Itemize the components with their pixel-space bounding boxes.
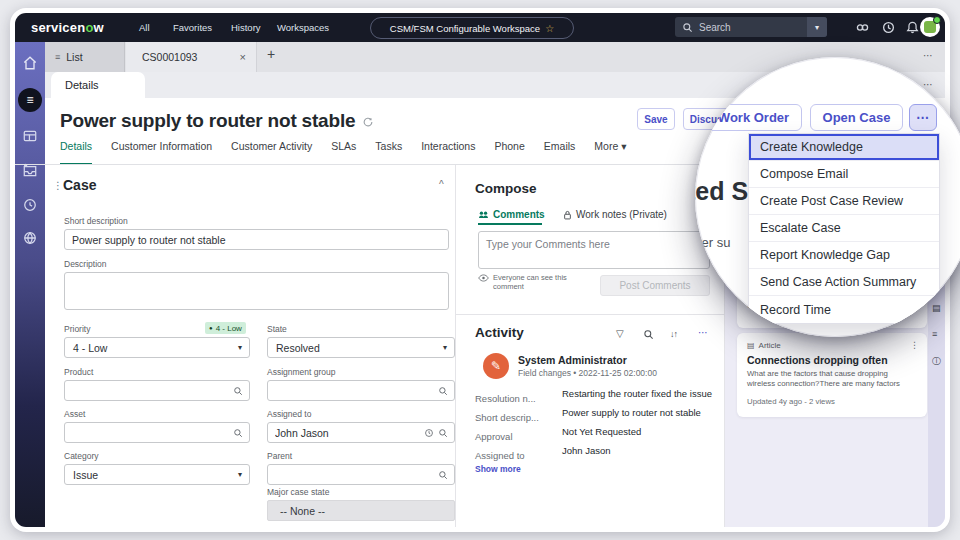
tab-emails[interactable]: Emails — [544, 140, 576, 165]
article-card[interactable]: ▤ Article ⋮ Connections dropping often W… — [737, 333, 927, 417]
product-field[interactable] — [64, 380, 250, 401]
tab-more[interactable]: More ▾ — [594, 140, 626, 165]
global-search[interactable]: Search ▾ — [675, 17, 827, 37]
description-label: Description — [64, 259, 449, 269]
help-clock-icon[interactable] — [881, 20, 896, 35]
activity-search-icon[interactable] — [643, 329, 654, 340]
parent-field[interactable] — [267, 464, 455, 485]
tab-interactions[interactable]: Interactions — [421, 140, 475, 165]
tab-slas[interactable]: SLAs — [331, 140, 356, 165]
recent-clock-icon[interactable] — [424, 428, 434, 438]
activity-row-label: Resolution n... — [475, 388, 559, 406]
close-tab-icon[interactable]: × — [240, 51, 256, 63]
article-type-label: Article — [759, 341, 781, 350]
add-tab-button[interactable]: + — [267, 46, 275, 62]
article-more-icon[interactable]: ⋮ — [910, 340, 919, 350]
lookup-icon[interactable] — [438, 386, 448, 396]
tab-list[interactable]: ≡ List — [45, 42, 125, 72]
activity-row-label: Assigned to — [475, 445, 559, 463]
nav-item-favorites[interactable]: Favorites — [173, 22, 212, 33]
list-view-icon[interactable]: ≡ — [18, 88, 42, 112]
workspace-pill[interactable]: CSM/FSM Configurable Workspace ☆ — [370, 17, 574, 39]
lookup-icon[interactable] — [438, 428, 448, 438]
tab-bar-more-icon[interactable]: ⋯ — [923, 50, 934, 61]
nav-item-all[interactable]: All — [139, 22, 150, 33]
work-notes-tab[interactable]: Work notes (Private) — [563, 209, 667, 220]
user-avatar[interactable] — [920, 17, 940, 37]
asset-input[interactable] — [65, 427, 233, 439]
tab-tasks[interactable]: Tasks — [375, 140, 402, 165]
save-button[interactable]: Save — [637, 108, 675, 130]
activity-row-label: Approval — [475, 426, 559, 444]
short-description-field[interactable] — [64, 229, 449, 250]
asset-label: Asset — [64, 409, 250, 419]
menu-item-create-knowledge[interactable]: Create Knowledge — [749, 134, 939, 161]
category-select[interactable]: Issue▾ — [64, 464, 250, 485]
lookup-icon[interactable] — [438, 470, 448, 480]
title-refresh-icon[interactable] — [362, 116, 374, 128]
search-input[interactable]: Search — [699, 22, 731, 33]
menu-item-escalate-case[interactable]: Escalate Case — [749, 215, 939, 242]
rail-list-icon[interactable]: ≡ — [932, 329, 937, 339]
article-doc-icon[interactable]: ▤ — [932, 303, 941, 313]
assignment-group-input[interactable] — [268, 385, 438, 397]
lock-icon — [563, 210, 572, 220]
state-select[interactable]: Resolved▾ — [267, 337, 455, 358]
short-description-input[interactable] — [65, 234, 448, 246]
page-title: Power supply to router not stable — [60, 110, 355, 132]
filter-icon[interactable]: ▽ — [616, 328, 624, 339]
visibility-note-line1: Everyone can see this — [493, 273, 567, 282]
rail-info-icon[interactable]: ⓘ — [932, 355, 941, 368]
menu-item-create-post-case-review[interactable]: Create Post Case Review — [749, 188, 939, 215]
asset-field[interactable] — [64, 422, 250, 443]
activity-more-icon[interactable]: ⋯ — [698, 327, 709, 338]
article-title[interactable]: Connections dropping often — [747, 354, 888, 366]
lookup-icon[interactable] — [233, 386, 243, 396]
collapse-chevron-icon[interactable]: ^ — [439, 179, 444, 190]
tab-customer-activity[interactable]: Customer Activity — [231, 140, 312, 165]
tab-details[interactable]: Details — [51, 72, 145, 98]
major-case-state-label: Major case state — [267, 487, 455, 497]
tab-customer-information[interactable]: Customer Information — [111, 140, 212, 165]
drag-handle-icon[interactable]: ⋮ — [53, 180, 63, 191]
tab-record-cs0001093[interactable]: CS0001093 × — [126, 42, 257, 72]
sort-icon[interactable]: ↓↑ — [670, 329, 677, 339]
home-icon[interactable] — [22, 55, 38, 71]
post-comments-button[interactable]: Post Comments — [600, 275, 710, 296]
dashboard-globe-icon[interactable] — [22, 230, 38, 246]
menu-item-send-case-action-summary[interactable]: Send Case Action Summary — [749, 269, 939, 296]
compose-section-title: Compose — [475, 181, 537, 196]
priority-value: 4 - Low — [65, 342, 107, 354]
assigned-to-input[interactable] — [268, 427, 424, 439]
assigned-to-field[interactable] — [267, 422, 455, 443]
comment-textarea[interactable] — [478, 231, 710, 269]
nav-item-workspaces[interactable]: Workspaces — [277, 22, 329, 33]
logo-o: o — [85, 20, 93, 35]
open-case-button[interactable]: Open Case — [810, 104, 903, 131]
product-input[interactable] — [65, 385, 233, 397]
assignment-group-field[interactable] — [267, 380, 455, 401]
tab-phone[interactable]: Phone — [494, 140, 524, 165]
show-more-link[interactable]: Show more — [475, 464, 521, 474]
description-input[interactable] — [64, 272, 449, 310]
nav-item-history[interactable]: History — [231, 22, 261, 33]
list-tab-icon: ≡ — [55, 52, 60, 62]
notifications-bell-icon[interactable] — [905, 20, 920, 35]
recent-clock-icon[interactable] — [22, 197, 38, 213]
search-scope-dropdown[interactable]: ▾ — [807, 17, 827, 37]
menu-item-compose-email[interactable]: Compose Email — [749, 161, 939, 188]
visibility-note-line2: comment — [493, 282, 567, 291]
tab-details-form[interactable]: Details — [60, 140, 92, 165]
servicenow-logo[interactable]: servicenow — [31, 20, 104, 35]
panel-more-icon[interactable]: ⋯ — [923, 79, 934, 90]
parent-input[interactable] — [268, 469, 438, 481]
favorite-star-icon[interactable]: ☆ — [545, 23, 554, 34]
comments-tab[interactable]: Comments — [478, 209, 545, 220]
menu-item-report-knowledge-gap[interactable]: Report Knowledge Gap — [749, 242, 939, 269]
connect-chat-icon[interactable] — [855, 20, 870, 35]
workspace-grid-icon[interactable] — [22, 128, 38, 144]
lookup-icon[interactable] — [233, 428, 243, 438]
more-actions-button[interactable]: ⋯ — [909, 104, 937, 131]
activity-user: System Administrator — [518, 354, 627, 366]
priority-select[interactable]: 4 - Low▾ — [64, 337, 250, 358]
